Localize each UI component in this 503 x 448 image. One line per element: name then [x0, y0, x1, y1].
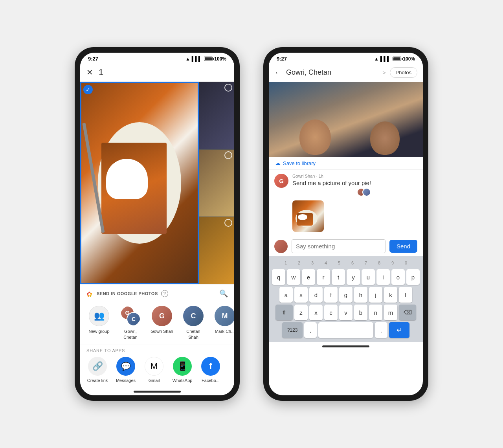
key-y[interactable]: y	[347, 269, 360, 285]
search-icon[interactable]: 🔍	[219, 289, 228, 298]
unselected-circle-1	[224, 84, 232, 92]
delete-key[interactable]: ⌫	[399, 305, 416, 320]
key-x[interactable]: x	[309, 305, 323, 320]
save-to-library-btn[interactable]: ☁ Save to library	[269, 157, 423, 170]
home-bar-left	[134, 391, 181, 393]
message-time: 1h	[319, 174, 323, 178]
key-l[interactable]: l	[399, 287, 412, 303]
app-messages[interactable]: 💬 Messages	[115, 357, 137, 383]
gphotos-label[interactable]: SEND IN GOOGLE PHOTOS	[97, 291, 158, 296]
key-j[interactable]: j	[369, 287, 382, 303]
gowri-shah-avatar: G	[152, 306, 172, 326]
app-name-whatsapp: WhatsApp	[173, 378, 193, 383]
photos-button[interactable]: Photos	[390, 67, 417, 78]
key-o[interactable]: o	[391, 269, 405, 285]
selected-count: 1	[99, 67, 103, 77]
thumbnail-3[interactable]	[199, 217, 234, 285]
shared-photo-top	[269, 82, 423, 157]
apps-row: 🔗 Create link 💬 Messages M Gmail 📱 Whats…	[86, 357, 228, 383]
back-button[interactable]: ←	[274, 68, 282, 77]
face1	[299, 119, 331, 155]
keyboard-row-3: ⇧ z x c v b n m ⌫	[270, 305, 421, 320]
app-facebook[interactable]: f Facebo...	[200, 357, 222, 383]
contact-name-mark: Mark Ch...	[215, 329, 234, 334]
user-avatar-input	[274, 240, 288, 253]
contact-new-group[interactable]: 👥 New group	[86, 306, 112, 340]
key-p[interactable]: p	[406, 269, 420, 285]
app-name-messages: Messages	[116, 378, 136, 383]
num-key-0: 0	[400, 259, 412, 267]
time-right: 9:27	[277, 56, 287, 62]
right-phone: 9:27 ▲ ▌▌▌ 100% ← Gowri, Chetan > Photos	[263, 47, 428, 401]
key-d[interactable]: d	[309, 287, 323, 303]
enter-key[interactable]: ↵	[389, 322, 409, 338]
thumbnail-2[interactable]	[199, 149, 234, 217]
main-selected-photo[interactable]: ✓	[80, 82, 199, 284]
key-s[interactable]: s	[294, 287, 308, 303]
key-w[interactable]: w	[287, 269, 300, 285]
contact-name-chetan: Chetan Shah	[181, 329, 206, 340]
chat-name: Gowri, Chetan	[286, 68, 378, 77]
share-label: SHARE TO APPS	[86, 348, 228, 353]
face2	[370, 121, 400, 155]
new-group-avatar: 👥	[89, 306, 109, 326]
period-key[interactable]: .	[375, 322, 387, 338]
num-switch-key[interactable]: ?123	[282, 322, 303, 338]
key-f[interactable]: f	[324, 287, 338, 303]
status-icons-left: ▲ ▌▌▌ 100%	[185, 56, 226, 62]
key-u[interactable]: u	[362, 269, 375, 285]
key-k[interactable]: k	[384, 287, 397, 303]
message-row: G Gowri Shah · 1h Send me a picture of y…	[269, 170, 423, 200]
send-button[interactable]: Send	[389, 240, 417, 253]
contact-chetan-shah[interactable]: C Chetan Shah	[181, 306, 206, 340]
key-c[interactable]: c	[324, 305, 338, 320]
app-name-facebook: Facebo...	[202, 378, 220, 383]
recent-contacts: 👥 New group G C Gowri,Chetan	[80, 303, 234, 345]
key-e[interactable]: e	[302, 269, 315, 285]
facebook-icon: f	[201, 357, 220, 376]
message-input[interactable]	[292, 239, 386, 253]
contact-gowri-chetan[interactable]: G C Gowri,Chetan	[118, 306, 143, 340]
key-m[interactable]: m	[384, 305, 397, 320]
wifi-icon: ▲	[185, 56, 190, 62]
photo-selection-area: ✓	[80, 82, 234, 284]
app-whatsapp[interactable]: 📱 WhatsApp	[171, 357, 193, 383]
key-q[interactable]: q	[272, 269, 285, 285]
comma-key[interactable]: ,	[304, 322, 317, 338]
thumbnail-1[interactable]	[199, 82, 234, 149]
app-create-link[interactable]: 🔗 Create link	[86, 357, 108, 383]
num-key-7: 7	[360, 259, 372, 267]
space-key[interactable]	[318, 322, 373, 338]
chetan-shah-avatar: C	[183, 306, 204, 326]
key-i[interactable]: i	[376, 269, 390, 285]
key-a[interactable]: a	[279, 287, 293, 303]
close-button[interactable]: ✕	[86, 68, 93, 77]
thumbnail-strip	[199, 82, 234, 284]
key-b[interactable]: b	[354, 305, 367, 320]
key-r[interactable]: r	[317, 269, 330, 285]
sender-avatar: G	[274, 174, 288, 188]
time-left: 9:27	[88, 56, 98, 62]
input-area: Send	[269, 236, 423, 256]
google-photos-section: SEND IN GOOGLE PHOTOS ? 🔍	[80, 284, 234, 303]
left-phone: 9:27 ▲ ▌▌▌ 100% ✕ 1	[75, 47, 240, 401]
gphotos-icon	[86, 290, 94, 297]
key-z[interactable]: z	[294, 305, 308, 320]
key-v[interactable]: v	[339, 305, 352, 320]
contact-mark[interactable]: M Mark Ch...	[212, 306, 234, 340]
app-gmail[interactable]: M Gmail	[143, 357, 165, 383]
key-n[interactable]: n	[369, 305, 382, 320]
app-name-create-link: Create link	[87, 378, 108, 383]
battery-icon-left	[204, 57, 213, 61]
selfie-image	[269, 82, 423, 157]
whatsapp-icon: 📱	[173, 357, 192, 376]
key-g[interactable]: g	[339, 287, 352, 303]
key-h[interactable]: h	[354, 287, 367, 303]
key-t[interactable]: t	[332, 269, 345, 285]
contact-gowri-shah[interactable]: G Gowri Shah	[149, 306, 174, 340]
keyboard-row-1: q w e r t y u i o p	[270, 269, 421, 285]
sent-photo-row	[269, 200, 423, 236]
question-icon[interactable]: ?	[161, 290, 168, 297]
wifi-icon-right: ▲	[374, 56, 379, 62]
shift-key[interactable]: ⇧	[275, 305, 293, 320]
